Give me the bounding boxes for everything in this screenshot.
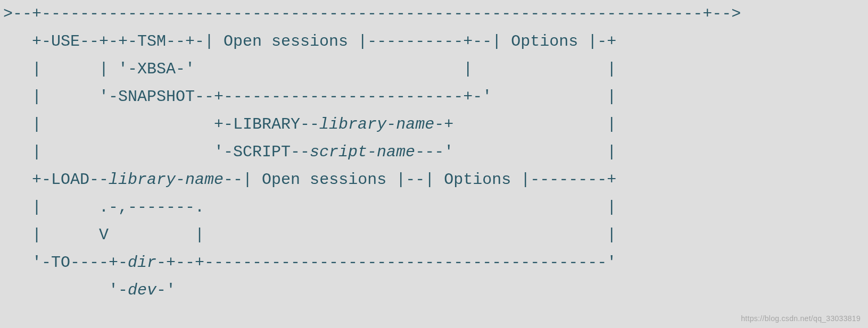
fragment-open-sessions: Open sessions [224,32,348,51]
fragment-options-2: Options [444,171,511,189]
var-dir: dir [128,254,156,272]
fragment-options: Options [511,32,578,51]
var-library-name-2: library-name [109,171,224,189]
watermark: https://blog.csdn.net/qq_33033819 [741,314,861,323]
fragment-open-sessions-2: Open sessions [262,171,386,189]
syntax-line: >--+------------------------------------… [3,5,741,23]
var-dev: dev [128,281,156,299]
var-script-name: script-name [310,143,415,161]
syntax-diagram: >--+------------------------------------… [0,0,868,304]
var-library-name: library-name [319,115,434,133]
